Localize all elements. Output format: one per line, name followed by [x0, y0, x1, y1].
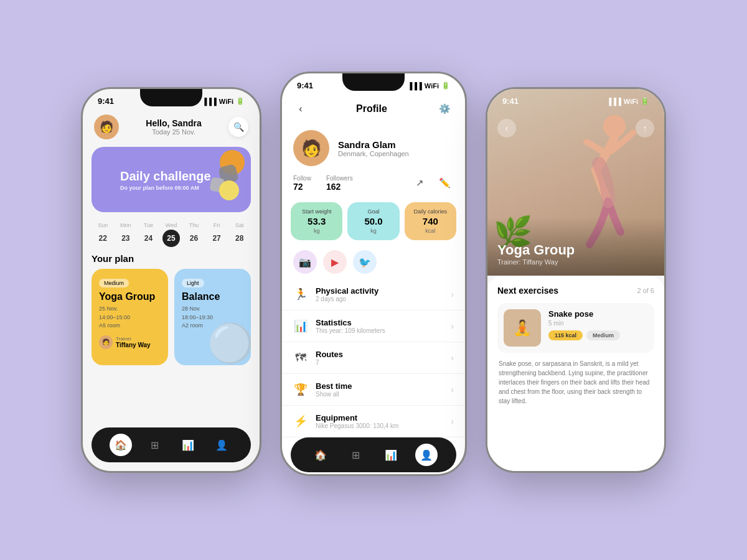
- stat-goal: Goal 50.0 kg: [347, 202, 399, 240]
- arrow-icon-4: ›: [451, 385, 454, 394]
- nav2-grid[interactable]: ⊞: [345, 444, 367, 466]
- profile-header: ‹ Profile ⚙️: [282, 93, 465, 125]
- routes-icon: 🗺: [293, 352, 308, 365]
- nav-grid[interactable]: ⊞: [143, 434, 166, 456]
- status-icons-3: ▐▐▐ WiFi 🔋: [606, 97, 649, 105]
- nav2-home[interactable]: 🏠: [309, 444, 332, 466]
- day-wed[interactable]: Wed 25: [161, 222, 182, 247]
- signal-icon: ▐▐▐: [202, 98, 216, 105]
- twitter-button[interactable]: 🐦: [353, 250, 377, 274]
- exercise-count: 2 of 6: [637, 287, 654, 294]
- edit-icon[interactable]: ✏️: [435, 174, 454, 192]
- menu-content-physical: Physical activity 2 days ago: [316, 286, 443, 302]
- kcal-tag: 115 kcal: [548, 330, 583, 340]
- trainer-info: Trainer Tiffany Way: [116, 336, 151, 348]
- bottom-nav-1: 🏠 ⊞ 📊 👤: [92, 427, 251, 462]
- followers-item: Followers 162: [326, 175, 353, 192]
- menu-content-routes: Routes 7: [316, 350, 443, 366]
- profile-name: Sandra Glam: [338, 139, 409, 150]
- menu-content-equipment: Equipment Nike Pegasus 3000: 130,4 km: [316, 413, 443, 429]
- day-tue[interactable]: Tue 24: [138, 222, 159, 247]
- nav-home[interactable]: 🏠: [110, 434, 132, 456]
- image-overlay: Yoga Group Trainer: Tiffany Way: [487, 217, 664, 276]
- phone-3: 9:41 ▐▐▐ WiFi 🔋 🌿: [486, 87, 666, 473]
- share-icon[interactable]: ↗: [410, 174, 429, 192]
- best-time-icon: 🏆: [293, 383, 308, 396]
- phone-1: 9:41 ▐▐▐ WiFi 🔋 🧑 Hello, Sandra Today 25…: [81, 87, 261, 473]
- challenge-card: Daily challenge Do your plan before 09:0…: [92, 147, 251, 212]
- nav2-chart[interactable]: 📊: [380, 444, 402, 466]
- header-text: Hello, Sandra Today 25 Nov.: [146, 118, 201, 136]
- statistics-icon: 📊: [293, 319, 308, 333]
- share-button-3[interactable]: ↑: [636, 119, 654, 138]
- back-button-3[interactable]: ‹: [497, 119, 516, 138]
- menu-best-time[interactable]: 🏆 Best time Show all ›: [282, 374, 465, 406]
- yoga-hero-image: 🌿 ‹ ↑ Yoga Group Trainer: Ti: [487, 89, 664, 276]
- menu-statistics[interactable]: 📊 Statistics This year: 109 kilometers ›: [282, 310, 465, 342]
- stat-weight: Start weight 53.3 kg: [291, 202, 342, 240]
- search-button[interactable]: 🔍: [228, 117, 248, 137]
- nav-chart[interactable]: 📊: [177, 434, 199, 456]
- balance-deco: ⚪: [207, 321, 251, 365]
- exercise-description: Snake pose, or sarpasana in Sanskrit, is…: [497, 359, 654, 406]
- back-button[interactable]: ‹: [293, 98, 308, 120]
- menu-routes[interactable]: 🗺 Routes 7 ›: [282, 342, 465, 374]
- level-badge-yoga: Medium: [99, 279, 129, 287]
- day-thu[interactable]: Thu 26: [184, 222, 205, 247]
- plan-detail-yoga: 25 Nov.14:00–15:00A5 room: [99, 305, 161, 330]
- status-time-2: 9:41: [297, 81, 313, 90]
- day-sat[interactable]: Sat 28: [229, 222, 250, 247]
- exercise-card[interactable]: 🧘 Snake pose 5 min 115 kcal Medium: [497, 303, 654, 353]
- stat-calories: Daily calories 740 kcal: [405, 202, 456, 240]
- nav-profile[interactable]: 👤: [210, 434, 233, 456]
- social-row: 📷 ▶ 🐦: [282, 245, 465, 279]
- menu-content-best-time: Best time Show all: [316, 381, 443, 398]
- plan-card-yoga[interactable]: Medium Yoga Group 25 Nov.14:00–15:00A5 r…: [92, 269, 168, 365]
- stats-pills: Start weight 53.3 kg Goal 50.0 kg Daily …: [282, 197, 465, 245]
- wifi-icon-2: WiFi: [425, 82, 439, 90]
- followers-count: 162: [326, 182, 353, 192]
- status-icons-2: ▐▐▐ WiFi 🔋: [407, 82, 450, 90]
- menu-physical-activity[interactable]: 🏃 Physical activity 2 days ago ›: [282, 279, 465, 310]
- notch-1: [140, 89, 202, 106]
- yoga-title: Yoga Group: [497, 242, 654, 258]
- phone1-header: 🧑 Hello, Sandra Today 25 Nov. 🔍: [83, 108, 260, 144]
- youtube-button[interactable]: ▶: [323, 250, 347, 274]
- exercises-header: Next exercises 2 of 6: [497, 286, 654, 296]
- battery-icon-3: 🔋: [641, 97, 649, 105]
- exercise-panel: Next exercises 2 of 6 🧘 Snake pose 5 min…: [487, 276, 664, 471]
- day-mon[interactable]: Mon 23: [115, 222, 136, 247]
- plan-card-balance[interactable]: Light Balance 28 Nov.18:00–19:30A2 room …: [174, 269, 251, 365]
- wifi-icon-3: WiFi: [624, 98, 638, 105]
- signal-icon-3: ▐▐▐: [606, 98, 621, 105]
- follow-item: Follow 72: [293, 175, 311, 192]
- challenge-title: Daily challenge Do your plan before 09:0…: [110, 159, 232, 212]
- status-time-1: 9:41: [98, 96, 114, 106]
- trainer-row: 🧑 Trainer Tiffany Way: [99, 335, 161, 349]
- nav2-profile[interactable]: 👤: [415, 444, 438, 466]
- exercise-duration: 5 min: [548, 320, 648, 327]
- profile-location: Denmark, Copenhagen: [338, 150, 409, 157]
- instagram-button[interactable]: 📷: [293, 250, 317, 274]
- arrow-icon-2: ›: [451, 321, 454, 331]
- profile-avatar: 🧑: [293, 130, 329, 166]
- phone-2: 9:41 ▐▐▐ WiFi 🔋 ‹ Profile ⚙️ 🧑 Sandra Gl…: [280, 72, 467, 476]
- plan-cards: Medium Yoga Group 25 Nov.14:00–15:00A5 r…: [83, 269, 260, 365]
- wifi-icon: WiFi: [219, 98, 233, 105]
- followers-label: Followers: [326, 175, 353, 182]
- day-sun[interactable]: Sun 22: [92, 222, 113, 247]
- plan-title-balance: Balance: [182, 291, 243, 302]
- physical-activity-icon: 🏃: [293, 287, 308, 301]
- status-icons-1: ▐▐▐ WiFi 🔋: [202, 97, 245, 105]
- notch-2: [342, 73, 405, 91]
- profile-details: Sandra Glam Denmark, Copenhagen: [338, 139, 409, 157]
- day-fri[interactable]: Fri 27: [206, 222, 227, 247]
- equipment-icon: ⚡: [293, 414, 308, 428]
- level-badge-balance: Light: [182, 279, 204, 287]
- battery-icon: 🔋: [236, 97, 245, 105]
- avatar: 🧑: [94, 114, 119, 139]
- status-time-3: 9:41: [502, 96, 519, 106]
- level-tag: Medium: [586, 330, 620, 340]
- settings-button[interactable]: ⚙️: [435, 100, 454, 118]
- menu-equipment[interactable]: ⚡ Equipment Nike Pegasus 3000: 130,4 km …: [282, 406, 465, 437]
